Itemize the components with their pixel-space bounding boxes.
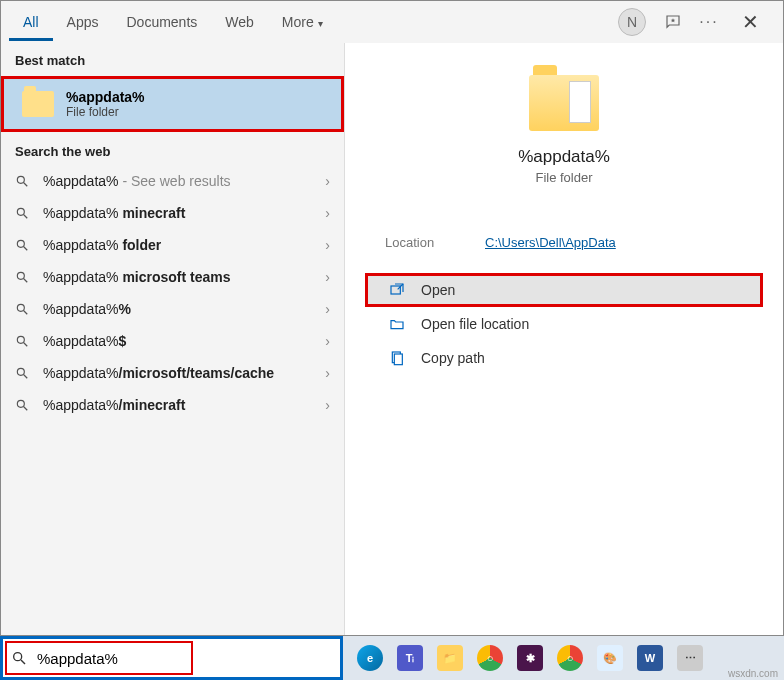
search-icon: [15, 302, 31, 316]
suggestion-text: %appdata%$: [43, 333, 325, 349]
search-icon: [15, 334, 31, 348]
web-suggestion[interactable]: %appdata% folder ›: [1, 229, 344, 261]
suggestion-text: %appdata% folder: [43, 237, 325, 253]
chevron-right-icon: ›: [325, 237, 330, 253]
search-input[interactable]: [37, 650, 332, 667]
svg-point-4: [17, 240, 24, 247]
taskbar-edge-icon[interactable]: e: [357, 645, 383, 671]
suggestion-text: %appdata% microsoft teams: [43, 269, 325, 285]
svg-point-19: [14, 653, 22, 661]
search-web-label: Search the web: [1, 134, 344, 165]
search-icon: [15, 238, 31, 252]
svg-line-11: [24, 343, 28, 347]
location-label: Location: [385, 235, 485, 250]
folder-icon: [22, 91, 54, 117]
svg-line-15: [24, 407, 28, 411]
action-open-file-location[interactable]: Open file location: [365, 307, 763, 341]
chevron-right-icon: ›: [325, 301, 330, 317]
taskbar-paint-icon[interactable]: 🎨: [597, 645, 623, 671]
search-icon: [15, 398, 31, 412]
folder-large-icon: [529, 75, 599, 131]
svg-point-14: [17, 400, 24, 407]
taskbar-explorer-icon[interactable]: 📁: [437, 645, 463, 671]
tab-all[interactable]: All: [9, 4, 53, 41]
svg-line-7: [24, 279, 28, 283]
more-options-icon[interactable]: ···: [700, 13, 718, 31]
taskbar-chrome2-icon[interactable]: ○: [557, 645, 583, 671]
tab-more[interactable]: More▾: [268, 4, 337, 41]
feedback-icon[interactable]: [664, 13, 682, 31]
search-icon: [15, 366, 31, 380]
svg-point-0: [17, 176, 24, 183]
suggestion-text: %appdata% - See web results: [43, 173, 325, 189]
location-row: Location C:\Users\Dell\AppData: [365, 225, 763, 260]
chevron-right-icon: ›: [325, 269, 330, 285]
tab-apps[interactable]: Apps: [53, 4, 113, 41]
preview-title: %appdata%: [518, 147, 610, 167]
user-avatar[interactable]: N: [618, 8, 646, 36]
chevron-right-icon: ›: [325, 173, 330, 189]
taskbar-word-icon[interactable]: W: [637, 645, 663, 671]
svg-point-12: [17, 368, 24, 375]
svg-rect-16: [391, 286, 400, 294]
action-copy-path[interactable]: Copy path: [365, 341, 763, 375]
best-match-label: Best match: [1, 43, 344, 74]
web-suggestion[interactable]: %appdata% microsoft teams ›: [1, 261, 344, 293]
results-panel: Best match %appdata% File folder Search …: [1, 43, 344, 635]
chevron-right-icon: ›: [325, 397, 330, 413]
svg-rect-18: [394, 354, 402, 365]
svg-point-2: [17, 208, 24, 215]
tab-web[interactable]: Web: [211, 4, 268, 41]
suggestion-text: %appdata%/minecraft: [43, 397, 325, 413]
folder-open-icon: [389, 316, 407, 332]
search-box[interactable]: [0, 636, 343, 680]
suggestion-text: %appdata%/microsoft/teams/cache: [43, 365, 325, 381]
suggestion-text: %appdata%%: [43, 301, 325, 317]
web-suggestion[interactable]: %appdata%% ›: [1, 293, 344, 325]
web-suggestion[interactable]: %appdata%/minecraft ›: [1, 389, 344, 421]
suggestion-text: %appdata% minecraft: [43, 205, 325, 221]
svg-line-9: [24, 311, 28, 315]
close-button[interactable]: ✕: [736, 10, 765, 34]
best-match-title: %appdata%: [66, 89, 145, 105]
copy-icon: [389, 350, 407, 366]
chevron-right-icon: ›: [325, 365, 330, 381]
web-suggestion[interactable]: %appdata% minecraft ›: [1, 197, 344, 229]
taskbar-row: e Tᵢ 📁 ○ ✱ ○ 🎨 W ⋯: [0, 636, 784, 680]
svg-line-13: [24, 375, 28, 379]
search-icon: [15, 174, 31, 188]
svg-point-6: [17, 272, 24, 279]
svg-line-1: [24, 183, 28, 187]
action-copy-path-label: Copy path: [421, 350, 485, 366]
search-window: All Apps Documents Web More▾ N ··· ✕ Bes…: [0, 0, 784, 636]
taskbar: e Tᵢ 📁 ○ ✱ ○ 🎨 W ⋯: [343, 636, 784, 680]
action-open-location-label: Open file location: [421, 316, 529, 332]
chevron-right-icon: ›: [325, 205, 330, 221]
watermark: wsxdn.com: [728, 668, 778, 679]
search-icon: [15, 206, 31, 220]
chevron-down-icon: ▾: [318, 18, 323, 29]
best-match-subtitle: File folder: [66, 105, 145, 119]
taskbar-slack-icon[interactable]: ✱: [517, 645, 543, 671]
taskbar-teams-icon[interactable]: Tᵢ: [397, 645, 423, 671]
search-icon: [11, 650, 27, 666]
web-suggestion[interactable]: %appdata% - See web results ›: [1, 165, 344, 197]
taskbar-chrome-icon[interactable]: ○: [477, 645, 503, 671]
taskbar-extra-icon[interactable]: ⋯: [677, 645, 703, 671]
tab-documents[interactable]: Documents: [112, 4, 211, 41]
chevron-right-icon: ›: [325, 333, 330, 349]
preview-panel: %appdata% File folder Location C:\Users\…: [344, 43, 783, 635]
best-match-result[interactable]: %appdata% File folder: [1, 76, 344, 132]
web-suggestion[interactable]: %appdata%/microsoft/teams/cache ›: [1, 357, 344, 389]
filter-tabs: All Apps Documents Web More▾ N ··· ✕: [1, 1, 783, 43]
open-icon: [389, 282, 407, 298]
search-icon: [15, 270, 31, 284]
action-open-label: Open: [421, 282, 455, 298]
web-suggestion[interactable]: %appdata%$ ›: [1, 325, 344, 357]
svg-point-10: [17, 336, 24, 343]
svg-line-3: [24, 215, 28, 219]
svg-point-8: [17, 304, 24, 311]
action-open[interactable]: Open: [365, 273, 763, 307]
preview-subtitle: File folder: [535, 170, 592, 185]
location-link[interactable]: C:\Users\Dell\AppData: [485, 235, 616, 250]
